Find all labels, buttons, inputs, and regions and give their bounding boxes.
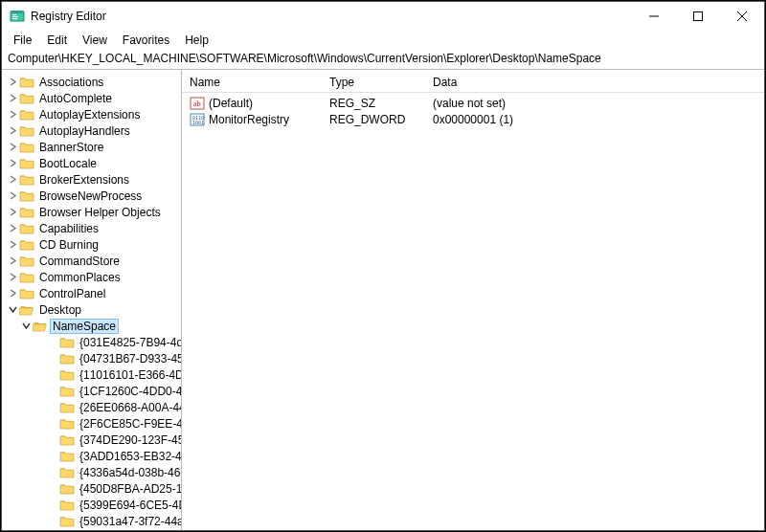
tree-item-label: {59031a47-3f72-44a7-89c (77, 514, 181, 529)
tree-item[interactable]: {450D8FBA-AD25-11D0-9 (2, 480, 181, 497)
menu-help[interactable]: Help (177, 32, 216, 49)
tree-item-label: {11016101-E366-4D22-BC (77, 367, 181, 383)
menu-favorites[interactable]: Favorites (115, 32, 177, 49)
string-value-icon: ab (190, 97, 205, 110)
tree-item[interactable]: BannerStore (2, 139, 181, 155)
tree-scroll[interactable]: AssociationsAutoCompleteAutoplayExtensio… (2, 74, 181, 530)
tree-item[interactable]: BrowseNewProcess (2, 188, 181, 204)
tree-item[interactable]: CommonPlaces (2, 269, 181, 285)
folder-icon (19, 287, 34, 300)
tree-item[interactable]: BrokerExtensions (2, 171, 181, 188)
tree-item-label: {5b934b42-522b-4c34-bb (77, 530, 181, 531)
value-name: MonitorRegistry (209, 113, 289, 126)
folder-icon (19, 76, 34, 89)
titlebar[interactable]: Registry Editor (2, 2, 764, 31)
tree-item[interactable]: NameSpace (2, 318, 181, 334)
tree-item-label: ControlPanel (36, 286, 108, 301)
tree-item[interactable]: {26EE0668-A00A-44D7-93 (2, 399, 181, 415)
chevron-right-icon[interactable] (6, 124, 19, 138)
tree-item-label: Capabilities (36, 221, 101, 236)
tree-item-label: BrowseNewProcess (36, 188, 145, 204)
minimize-button[interactable] (632, 2, 676, 31)
folder-icon (59, 450, 75, 463)
maximize-button[interactable] (676, 2, 720, 31)
value-type: REG_DWORD (322, 113, 425, 126)
tree-item[interactable]: Browser Helper Objects (2, 204, 181, 220)
folder-icon (19, 238, 34, 252)
tree-item-label: AutoplayExtensions (36, 107, 143, 122)
tree-item-label: {2F6CE85C-F9EE-43CA-9 (77, 416, 181, 432)
tree-item-label: BrokerExtensions (36, 172, 132, 188)
value-row[interactable]: ab(Default)REG_SZ(value not set) (182, 95, 764, 111)
chevron-right-icon[interactable] (6, 206, 19, 219)
tree-item[interactable]: AutoplayExtensions (2, 106, 181, 122)
chevron-right-icon[interactable] (6, 108, 19, 122)
chevron-right-icon[interactable] (6, 287, 19, 300)
close-button[interactable] (720, 2, 764, 31)
value-row[interactable]: 01101001MonitorRegistryREG_DWORD0x000000… (182, 111, 764, 127)
tree-item-label: {031E4825-7B94-4dc3-B1 (77, 335, 181, 350)
tree-item[interactable]: CommandStore (2, 253, 181, 269)
tree-item[interactable]: {3ADD1653-EB32-4cb0-B (2, 448, 181, 464)
chevron-down-icon[interactable] (6, 303, 19, 317)
tree-item-label: {374DE290-123F-4565-91 (77, 432, 181, 448)
value-data: (value not set) (425, 97, 764, 110)
chevron-right-icon[interactable] (6, 271, 19, 284)
tree-item[interactable]: Capabilities (2, 220, 181, 236)
folder-icon (59, 482, 75, 496)
folder-icon (19, 271, 34, 284)
window-title: Registry Editor (31, 10, 632, 23)
tree-item[interactable]: {374DE290-123F-4565-91 (2, 432, 181, 448)
tree-item[interactable]: {5399E694-6CE5-4D6C-8 (2, 497, 181, 513)
chevron-right-icon[interactable] (6, 238, 19, 252)
tree-item-label: NameSpace (50, 319, 119, 334)
folder-icon (59, 352, 75, 366)
folder-icon (19, 92, 34, 105)
tree-item-label: AutoplayHandlers (36, 123, 133, 139)
folder-icon (19, 124, 34, 138)
tree-item[interactable]: {59031a47-3f72-44a7-89c (2, 513, 181, 529)
chevron-right-icon[interactable] (6, 157, 19, 170)
tree-item[interactable]: {11016101-E366-4D22-BC (2, 366, 181, 383)
value-data: 0x00000001 (1) (425, 113, 764, 126)
tree-item-label: CommandStore (36, 254, 123, 269)
column-data[interactable]: Data (425, 74, 764, 91)
column-name[interactable]: Name (182, 74, 322, 91)
chevron-right-icon[interactable] (6, 141, 19, 154)
menu-file[interactable]: File (6, 32, 39, 49)
tree-item[interactable]: ControlPanel (2, 285, 181, 301)
folder-icon (59, 417, 75, 431)
list-pane: Name Type Data ab(Default)REG_SZ(value n… (182, 70, 764, 530)
chevron-right-icon[interactable] (6, 92, 19, 105)
chevron-right-icon[interactable] (6, 173, 19, 187)
tree-item[interactable]: CD Burning (2, 236, 181, 253)
tree-item[interactable]: AutoplayHandlers (2, 122, 181, 139)
svg-text:ab: ab (193, 100, 201, 108)
tree-item[interactable]: {5b934b42-522b-4c34-bb (2, 529, 181, 530)
tree-item[interactable]: AutoComplete (2, 90, 181, 106)
menu-view[interactable]: View (75, 32, 115, 49)
chevron-right-icon[interactable] (6, 255, 19, 268)
chevron-right-icon[interactable] (6, 222, 19, 235)
folder-icon (59, 401, 75, 414)
folder-icon (59, 336, 75, 349)
tree-item-label: {450D8FBA-AD25-11D0-9 (77, 481, 181, 497)
tree-item[interactable]: Associations (2, 74, 181, 90)
column-type[interactable]: Type (322, 74, 425, 91)
chevron-right-icon[interactable] (6, 76, 19, 89)
folder-icon (59, 499, 75, 512)
tree-item[interactable]: BootLocale (2, 155, 181, 171)
chevron-right-icon[interactable] (6, 189, 19, 203)
menu-edit[interactable]: Edit (39, 32, 75, 49)
tree-item[interactable]: {4336a54d-038b-4685-ab (2, 464, 181, 480)
folder-icon (19, 303, 34, 317)
folder-icon (19, 173, 34, 187)
tree-item[interactable]: Desktop (2, 301, 181, 318)
tree-item[interactable]: {2F6CE85C-F9EE-43CA-9 (2, 415, 181, 432)
address-bar[interactable]: Computer\HKEY_LOCAL_MACHINE\SOFTWARE\Mic… (2, 50, 764, 69)
folder-icon (19, 141, 34, 154)
chevron-down-icon[interactable] (19, 320, 33, 333)
tree-item[interactable]: {04731B67-D933-450a-90 (2, 350, 181, 366)
tree-item[interactable]: {1CF1260C-4DD0-4ebb-8 (2, 383, 181, 399)
tree-item[interactable]: {031E4825-7B94-4dc3-B1 (2, 334, 181, 350)
